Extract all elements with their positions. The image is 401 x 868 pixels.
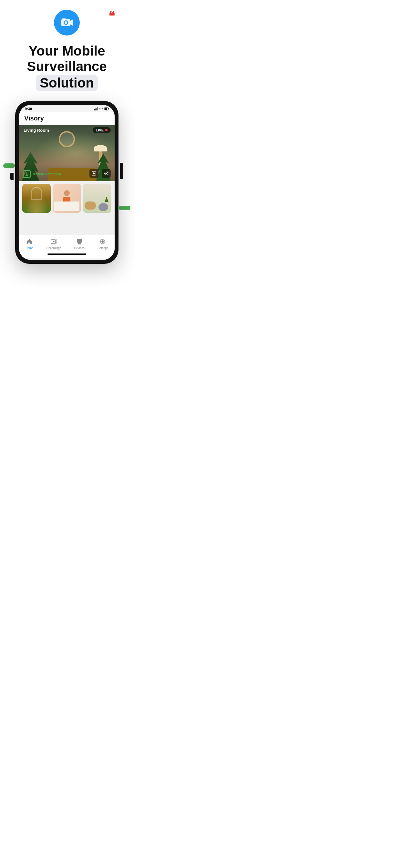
child-head xyxy=(64,190,70,196)
motion-detection-bar: Motion detection xyxy=(23,170,61,178)
recordings-icon xyxy=(50,238,57,245)
phone-bottom-space xyxy=(19,215,115,235)
phone-side-button-left xyxy=(10,173,13,180)
svg-rect-20 xyxy=(78,243,81,244)
svg-point-12 xyxy=(26,173,27,174)
camera-feed[interactable]: Living Room LIVE xyxy=(19,125,115,181)
thumb-card-2[interactable] xyxy=(53,184,81,213)
page-wrapper: ❝ Your Mobile Surveillance Solution 9: xyxy=(0,0,134,289)
status-time: 9:30 xyxy=(25,107,32,111)
pill-indicator-right xyxy=(119,206,130,210)
play-icon xyxy=(92,171,96,176)
svg-text:❝: ❝ xyxy=(109,10,115,22)
svg-marker-7 xyxy=(96,108,96,111)
live-dot xyxy=(105,129,107,131)
phone-container: 9:30 xyxy=(0,101,134,264)
header-area: ❝ Your Mobile Surveillance Solution 9: xyxy=(0,0,134,264)
devices-icon xyxy=(76,238,83,245)
camera-controls xyxy=(89,169,111,178)
recordings-nav-icon xyxy=(50,238,58,245)
nav-item-devices[interactable]: Devices xyxy=(74,238,85,250)
svg-rect-10 xyxy=(104,108,107,110)
headline: Your Mobile Surveillance Solution xyxy=(20,43,113,91)
playback-button[interactable] xyxy=(89,169,98,178)
signal-icon xyxy=(94,107,98,111)
svg-rect-19 xyxy=(77,239,82,243)
thumbnail-grid xyxy=(19,181,115,215)
motion-text: Motion detection xyxy=(33,172,61,176)
dog-figure xyxy=(85,202,96,210)
nav-label-home: Home xyxy=(26,246,33,250)
mirror-decor xyxy=(59,131,75,147)
camera-room-label: Living Room xyxy=(24,128,49,133)
svg-marker-14 xyxy=(93,173,95,175)
nav-label-settings: Settings xyxy=(97,246,108,250)
live-text: LIVE xyxy=(96,128,104,132)
camera-app-icon xyxy=(60,16,73,29)
phone-inner: 9:30 xyxy=(19,105,115,260)
svg-point-22 xyxy=(102,241,104,243)
svg-marker-6 xyxy=(95,108,96,111)
red-icon: ❝ xyxy=(109,10,124,23)
gear-icon xyxy=(104,171,109,176)
settings-nav-icon xyxy=(99,238,106,245)
app-icon-circle xyxy=(54,10,80,35)
status-bar: 9:30 xyxy=(19,105,115,112)
settings-icon xyxy=(99,238,106,245)
svg-rect-3 xyxy=(62,18,66,20)
home-indicator xyxy=(48,253,86,255)
headline-line1: Your Mobile xyxy=(27,43,106,59)
status-icons xyxy=(94,107,109,111)
svg-marker-5 xyxy=(94,109,95,111)
motion-person-icon xyxy=(25,172,29,176)
app-title: Visory xyxy=(24,115,44,122)
svg-marker-18 xyxy=(53,241,55,242)
shelf-unit xyxy=(54,202,80,211)
headline-line2: Surveillance xyxy=(27,59,106,74)
thumb-card-3[interactable] xyxy=(83,184,112,213)
svg-marker-8 xyxy=(97,107,97,111)
app-header: Visory xyxy=(19,112,115,125)
home-nav-icon xyxy=(26,238,33,245)
live-badge: LIVE xyxy=(93,127,111,133)
headline-line3: Solution xyxy=(40,75,94,90)
bean-bag-decor xyxy=(98,203,108,211)
headline-line3-highlight: Solution xyxy=(36,74,98,91)
svg-point-2 xyxy=(65,21,67,24)
nav-item-settings[interactable]: Settings xyxy=(97,238,108,250)
thumb-card-1[interactable] xyxy=(22,184,51,213)
home-icon xyxy=(26,238,33,245)
nav-label-recordings: Recordings xyxy=(47,246,61,250)
nav-label-devices: Devices xyxy=(74,246,85,250)
wifi-icon xyxy=(99,107,103,111)
settings-button[interactable] xyxy=(102,169,111,178)
motion-icon-box xyxy=(23,170,31,178)
nav-item-recordings[interactable]: Recordings xyxy=(47,238,61,250)
bottom-nav: Home Recordings xyxy=(19,235,115,253)
phone-mockup: 9:30 xyxy=(15,101,119,264)
devices-nav-icon xyxy=(75,238,83,245)
quotation-icon: ❝ xyxy=(109,10,124,22)
nav-item-home[interactable]: Home xyxy=(26,238,33,250)
phone-side-button-right xyxy=(120,163,123,179)
svg-rect-11 xyxy=(109,108,109,110)
battery-icon xyxy=(104,107,109,111)
arch-shape xyxy=(31,187,42,200)
